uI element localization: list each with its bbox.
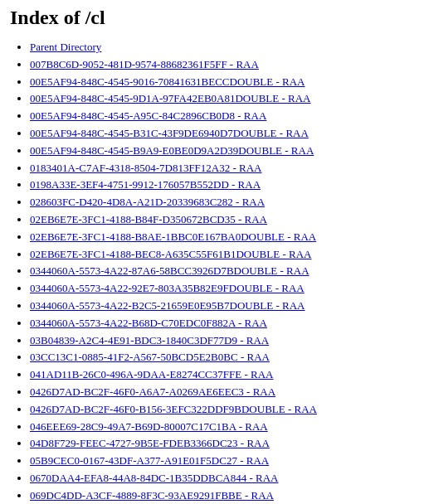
- list-item: 03CC13C1-0885-41F2-A567-50BCD5E2B0BC - R…: [30, 349, 414, 366]
- list-item: 041AD11B-26C0-496A-9DAA-E8274CC37FFE - R…: [30, 366, 414, 384]
- file-link[interactable]: 0183401A-C7AF-4318-8504-7D813FF12A32 - R…: [30, 162, 262, 174]
- list-item: 007B8C6D-9052-481D-9574-88682361F5FF - R…: [30, 56, 414, 74]
- list-item: 0198A33E-3EF4-4751-9912-176057B552DD - R…: [30, 177, 414, 194]
- file-link[interactable]: 041AD11B-26C0-496A-9DAA-E8274CC37FFE - R…: [30, 368, 273, 380]
- list-item: 0426D7AD-BC2F-46F0-A6A7-A0269AE6EEC3 - R…: [30, 384, 414, 401]
- file-link[interactable]: 04D8F729-FEEC-4727-9B5E-FDEB3366DC23 - R…: [30, 437, 270, 449]
- file-link[interactable]: 0426D7AD-BC2F-46F0-A6A7-A0269AE6EEC3 - R…: [30, 385, 275, 398]
- file-link[interactable]: 03B04839-A2C4-4E91-BDC3-1840C3DF77D9 - R…: [30, 334, 269, 346]
- list-item: 05B9CEC0-0167-43DF-A377-A91E01F5DC27 - R…: [30, 453, 414, 470]
- page-title: Index of /cl: [10, 7, 414, 29]
- file-link[interactable]: 0344060A-5573-4A22-87A6-58BCC3926D7BDOUB…: [30, 264, 309, 277]
- file-link[interactable]: 00E5AF94-848C-4545-9D1A-97FA42EB0A81DOUB…: [30, 92, 310, 104]
- list-item: 00E5AF94-848C-4545-9016-70841631BECCDOUB…: [30, 74, 414, 91]
- file-link[interactable]: 0426D7AD-BC2F-46F0-B156-3EFC322DDF9BDOUB…: [30, 403, 317, 415]
- file-link[interactable]: 0344060A-5573-4A22-92E7-803A35B82E9FDOUB…: [30, 282, 305, 294]
- file-link[interactable]: 02EB6E7E-3FC1-4188-B8AE-1BBC0E167BA0DOUB…: [30, 230, 316, 243]
- list-item: 00E5AF94-848C-4545-A95C-84C2896CB0D8 - R…: [30, 108, 414, 125]
- file-link[interactable]: 02EB6E7E-3FC1-4188-B84F-D350672BCD35 - R…: [30, 213, 267, 225]
- file-link[interactable]: 0198A33E-3EF4-4751-9912-176057B552DD - R…: [30, 178, 261, 191]
- list-item: 00E5AF94-848C-4545-B31C-43F9DE6940D7DOUB…: [30, 125, 414, 143]
- list-item: 069DC4DD-A3CF-4889-8F3C-93AE9291FBBE - R…: [30, 487, 414, 504]
- file-link[interactable]: 0344060A-5573-4A22-B2C5-21659E0E95B7DOUB…: [30, 299, 305, 312]
- file-link[interactable]: 00E5AF94-848C-4545-B9A9-E0BE0D9A2D39DOUB…: [30, 144, 314, 157]
- list-item: Parent Directory: [30, 39, 414, 56]
- parent-directory-link[interactable]: Parent Directory: [30, 41, 101, 53]
- list-item: 0344060A-5573-4A22-B68D-C70EDC0F882A - R…: [30, 315, 414, 332]
- file-link[interactable]: 02EB6E7E-3FC1-4188-BEC8-A635C55F61B1DOUB…: [30, 248, 311, 260]
- list-item: 046EEE69-28C9-49A7-B69D-80007C17C1BA - R…: [30, 419, 414, 436]
- list-item: 028603FC-D420-4D8A-A21D-20339683C282 - R…: [30, 194, 414, 211]
- list-item: 02EB6E7E-3FC1-4188-BEC8-A635C55F61B1DOUB…: [30, 246, 414, 264]
- list-item: 02EB6E7E-3FC1-4188-B84F-D350672BCD35 - R…: [30, 211, 414, 229]
- list-item: 02EB6E7E-3FC1-4188-B8AE-1BBC0E167BA0DOUB…: [30, 229, 414, 246]
- file-link[interactable]: 028603FC-D420-4D8A-A21D-20339683C282 - R…: [30, 196, 265, 208]
- list-item: 04D8F729-FEEC-4727-9B5E-FDEB3366DC23 - R…: [30, 435, 414, 453]
- list-item: 03B04839-A2C4-4E91-BDC3-1840C3DF77D9 - R…: [30, 332, 414, 350]
- file-link[interactable]: 0670DAA4-EFA8-44A8-84DC-1B35DDBCA844 - R…: [30, 472, 278, 484]
- file-link[interactable]: 03CC13C1-0885-41F2-A567-50BCD5E2B0BC - R…: [30, 351, 270, 363]
- list-item: 00E5AF94-848C-4545-9D1A-97FA42EB0A81DOUB…: [30, 90, 414, 108]
- list-item: 0670DAA4-EFA8-44A8-84DC-1B35DDBCA844 - R…: [30, 470, 414, 487]
- list-item: 0344060A-5573-4A22-92E7-803A35B82E9FDOUB…: [30, 280, 414, 298]
- file-link[interactable]: 007B8C6D-9052-481D-9574-88682361F5FF - R…: [30, 58, 259, 70]
- file-link[interactable]: 0344060A-5573-4A22-B68D-C70EDC0F882A - R…: [30, 317, 267, 329]
- file-link[interactable]: 05B9CEC0-0167-43DF-A377-A91E01F5DC27 - R…: [30, 454, 269, 467]
- list-item: 0344060A-5573-4A22-87A6-58BCC3926D7BDOUB…: [30, 263, 414, 280]
- list-item: 0344060A-5573-4A22-B2C5-21659E0E95B7DOUB…: [30, 298, 414, 315]
- list-item: 00E5AF94-848C-4545-B9A9-E0BE0D9A2D39DOUB…: [30, 143, 414, 160]
- file-link[interactable]: 00E5AF94-848C-4545-9016-70841631BECCDOUB…: [30, 75, 305, 88]
- list-item: 0426D7AD-BC2F-46F0-B156-3EFC322DDF9BDOUB…: [30, 401, 414, 419]
- file-list: Parent Directory007B8C6D-9052-481D-9574-…: [10, 39, 414, 504]
- list-item: 0183401A-C7AF-4318-8504-7D813FF12A32 - R…: [30, 160, 414, 177]
- file-link[interactable]: 069DC4DD-A3CF-4889-8F3C-93AE9291FBBE - R…: [30, 489, 274, 502]
- file-link[interactable]: 046EEE69-28C9-49A7-B69D-80007C17C1BA - R…: [30, 420, 268, 433]
- file-link[interactable]: 00E5AF94-848C-4545-B31C-43F9DE6940D7DOUB…: [30, 127, 309, 139]
- file-link[interactable]: 00E5AF94-848C-4545-A95C-84C2896CB0D8 - R…: [30, 109, 266, 122]
